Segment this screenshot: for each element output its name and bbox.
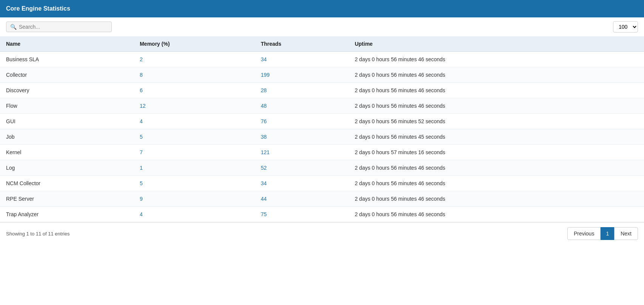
cell-threads[interactable]: 76	[255, 114, 349, 129]
col-header-memory: Memory (%)	[134, 36, 255, 52]
cell-name: Discovery	[0, 83, 134, 98]
table-row: Trap Analyzer4752 days 0 hours 56 minute…	[0, 207, 644, 222]
cell-uptime: 2 days 0 hours 57 minutes 16 seconds	[349, 145, 644, 160]
table-row: Flow12482 days 0 hours 56 minutes 46 sec…	[0, 98, 644, 114]
cell-uptime: 2 days 0 hours 56 minutes 46 seconds	[349, 83, 644, 98]
cell-name: Trap Analyzer	[0, 207, 134, 222]
cell-threads[interactable]: 48	[255, 98, 349, 114]
table-row: RPE Server9442 days 0 hours 56 minutes 4…	[0, 191, 644, 207]
cell-uptime: 2 days 0 hours 56 minutes 46 seconds	[349, 176, 644, 191]
cell-memory[interactable]: 4	[134, 114, 255, 129]
table-row: Collector81992 days 0 hours 56 minutes 4…	[0, 67, 644, 83]
next-button[interactable]: Next	[614, 227, 638, 240]
cell-uptime: 2 days 0 hours 56 minutes 46 seconds	[349, 207, 644, 222]
cell-name: NCM Collector	[0, 176, 134, 191]
cell-memory[interactable]: 8	[134, 67, 255, 83]
cell-memory[interactable]: 1	[134, 160, 255, 176]
cell-name: Flow	[0, 98, 134, 114]
cell-threads[interactable]: 121	[255, 145, 349, 160]
cell-threads[interactable]: 34	[255, 52, 349, 67]
cell-uptime: 2 days 0 hours 56 minutes 46 seconds	[349, 67, 644, 83]
cell-memory[interactable]: 2	[134, 52, 255, 67]
cell-threads[interactable]: 199	[255, 67, 349, 83]
table-row: Job5382 days 0 hours 56 minutes 45 secon…	[0, 129, 644, 145]
cell-name: Business SLA	[0, 52, 134, 67]
cell-memory[interactable]: 9	[134, 191, 255, 207]
table-row: Log1522 days 0 hours 56 minutes 46 secon…	[0, 160, 644, 176]
cell-memory[interactable]: 5	[134, 176, 255, 191]
data-table: Name Memory (%) Threads Uptime Business …	[0, 36, 644, 222]
toolbar: 🔍 10 25 50 100	[0, 17, 644, 36]
cell-uptime: 2 days 0 hours 56 minutes 46 seconds	[349, 98, 644, 114]
cell-name: RPE Server	[0, 191, 134, 207]
search-icon: 🔍	[10, 24, 17, 30]
page-title: Core Engine Statistics	[6, 5, 70, 12]
showing-entries: Showing 1 to 11 of 11 entries	[6, 231, 69, 237]
page-header: Core Engine Statistics	[0, 0, 644, 17]
previous-button[interactable]: Previous	[567, 227, 601, 240]
col-header-name: Name	[0, 36, 134, 52]
cell-memory[interactable]: 6	[134, 83, 255, 98]
cell-name: GUI	[0, 114, 134, 129]
cell-threads[interactable]: 38	[255, 129, 349, 145]
cell-threads[interactable]: 44	[255, 191, 349, 207]
pagination: Previous 1 Next	[567, 227, 638, 240]
table-row: Discovery6282 days 0 hours 56 minutes 46…	[0, 83, 644, 98]
cell-name: Collector	[0, 67, 134, 83]
table-row: NCM Collector5342 days 0 hours 56 minute…	[0, 176, 644, 191]
table-header-row: Name Memory (%) Threads Uptime	[0, 36, 644, 52]
current-page[interactable]: 1	[601, 227, 614, 240]
cell-memory[interactable]: 12	[134, 98, 255, 114]
search-container: 🔍	[6, 22, 112, 32]
cell-name: Job	[0, 129, 134, 145]
cell-threads[interactable]: 34	[255, 176, 349, 191]
cell-memory[interactable]: 7	[134, 145, 255, 160]
cell-uptime: 2 days 0 hours 56 minutes 45 seconds	[349, 129, 644, 145]
cell-uptime: 2 days 0 hours 56 minutes 46 seconds	[349, 191, 644, 207]
col-header-uptime: Uptime	[349, 36, 644, 52]
per-page-select[interactable]: 10 25 50 100	[613, 21, 638, 33]
cell-memory[interactable]: 4	[134, 207, 255, 222]
cell-name: Log	[0, 160, 134, 176]
cell-threads[interactable]: 52	[255, 160, 349, 176]
cell-threads[interactable]: 28	[255, 83, 349, 98]
cell-uptime: 2 days 0 hours 56 minutes 46 seconds	[349, 160, 644, 176]
cell-uptime: 2 days 0 hours 56 minutes 52 seconds	[349, 114, 644, 129]
cell-memory[interactable]: 5	[134, 129, 255, 145]
search-input[interactable]	[19, 24, 108, 30]
cell-uptime: 2 days 0 hours 56 minutes 46 seconds	[349, 52, 644, 67]
table-row: Kernel71212 days 0 hours 57 minutes 16 s…	[0, 145, 644, 160]
cell-threads[interactable]: 75	[255, 207, 349, 222]
table-footer: Showing 1 to 11 of 11 entries Previous 1…	[0, 222, 644, 245]
col-header-threads: Threads	[255, 36, 349, 52]
table-row: GUI4762 days 0 hours 56 minutes 52 secon…	[0, 114, 644, 129]
cell-name: Kernel	[0, 145, 134, 160]
table-row: Business SLA2342 days 0 hours 56 minutes…	[0, 52, 644, 67]
